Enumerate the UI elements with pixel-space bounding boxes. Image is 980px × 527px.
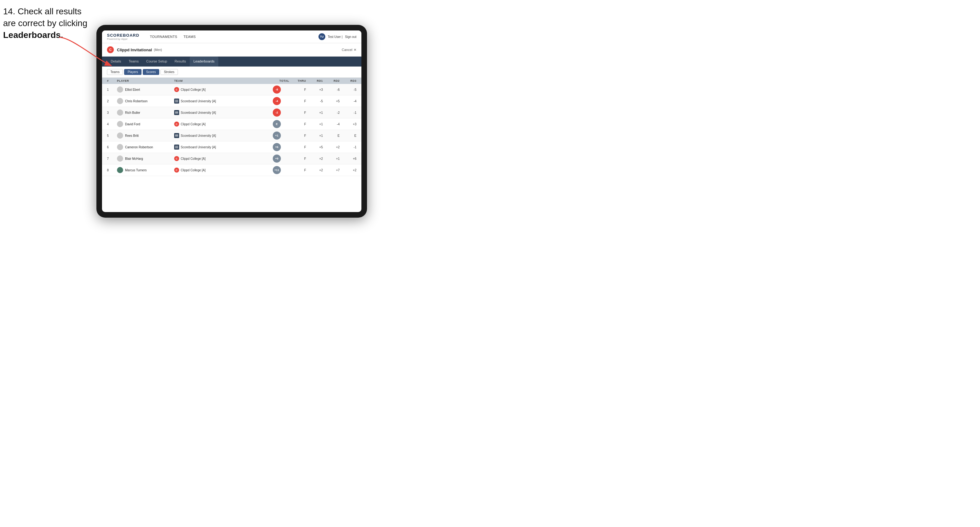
player-name: Elliot Ebert — [125, 88, 140, 91]
rd2-cell: -2 — [324, 111, 340, 114]
player-cell: Chris Robertson — [117, 98, 173, 104]
rd2-cell: +1 — [324, 157, 340, 160]
rd1-cell: +2 — [307, 157, 323, 160]
team-name: Clippd College [A] — [181, 88, 205, 91]
rank-cell: 2 — [107, 100, 116, 103]
cancel-button[interactable]: Cancel ✕ — [342, 48, 356, 52]
total-cell: +9 — [264, 154, 289, 163]
close-icon: ✕ — [354, 48, 356, 52]
team-logo-icon — [174, 144, 179, 149]
leaderboard-table: # PLAYER TEAM TOTAL THRU RD1 RD2 RD3 1 E… — [102, 78, 361, 212]
team-logo-icon — [174, 98, 179, 103]
team-cell: Scoreboard University [A] — [174, 110, 263, 115]
nav-right: TU Test User | Sign out — [318, 33, 356, 40]
sign-out-link[interactable]: Sign out — [345, 35, 356, 38]
nav-user-text: Test User | — [328, 35, 343, 38]
rd2-cell: +2 — [324, 146, 340, 149]
tab-results[interactable]: Results — [171, 57, 190, 67]
total-cell: +11 — [264, 166, 289, 174]
player-name: David Ford — [125, 122, 140, 126]
logo-text: SCOREBOARD — [107, 33, 139, 38]
tab-leaderboards[interactable]: Leaderboards — [190, 57, 218, 67]
avatar — [117, 98, 123, 104]
player-cell: Cameron Robertson — [117, 144, 173, 150]
score-badge: E — [273, 120, 281, 128]
thru-cell: F — [291, 88, 306, 91]
filter-players[interactable]: Players — [124, 69, 141, 75]
tab-course-setup[interactable]: Course Setup — [142, 57, 171, 67]
rd1-cell: +2 — [307, 168, 323, 172]
avatar — [117, 86, 123, 93]
rd2-cell: E — [324, 134, 340, 137]
team-logo-icon — [174, 133, 179, 138]
tablet-screen: SCOREBOARD Powered by clippd TOURNAMENTS… — [102, 30, 361, 212]
thru-cell: F — [291, 122, 306, 126]
rd1-cell: +1 — [307, 122, 323, 126]
tab-details[interactable]: Details — [107, 57, 125, 67]
player-name: Blair McHarg — [125, 157, 143, 160]
table-row: 3 Rich Butler Scoreboard University [A] … — [102, 107, 361, 119]
rank-cell: 7 — [107, 157, 116, 160]
thru-cell: F — [291, 100, 306, 103]
avatar — [117, 156, 123, 162]
filter-scores[interactable]: Scores — [143, 69, 159, 75]
thru-cell: F — [291, 134, 306, 137]
rd2-cell: -6 — [324, 88, 340, 91]
filter-bar: Teams Players Scores Strokes — [102, 67, 361, 78]
score-badge: -8 — [273, 86, 281, 94]
tournament-header: C Clippd Invitational (Men) Cancel ✕ — [102, 43, 361, 57]
total-cell: -2 — [264, 108, 289, 117]
team-name: Scoreboard University [A] — [181, 100, 216, 103]
rd1-cell: +5 — [307, 146, 323, 149]
filter-strokes[interactable]: Strokes — [161, 69, 178, 75]
table-row: 6 Cameron Robertson Scoreboard Universit… — [102, 141, 361, 153]
thru-cell: F — [291, 111, 306, 114]
team-name: Scoreboard University [A] — [181, 146, 216, 149]
total-cell: E — [264, 120, 289, 128]
team-cell: C Clippd College [A] — [174, 122, 263, 127]
tournament-logo: C — [107, 46, 114, 53]
rd2-cell: -4 — [324, 122, 340, 126]
rank-cell: 8 — [107, 168, 116, 172]
rank-cell: 4 — [107, 122, 116, 126]
team-logo-icon: C — [174, 168, 179, 173]
team-logo-icon: C — [174, 122, 179, 127]
total-cell: -8 — [264, 86, 289, 94]
rd3-cell: -1 — [341, 146, 356, 149]
avatar — [117, 110, 123, 116]
total-cell: +6 — [264, 143, 289, 151]
logo-sub: Powered by clippd — [107, 38, 139, 40]
rd3-cell: +3 — [341, 122, 356, 126]
score-badge: +9 — [273, 154, 281, 163]
team-logo-icon — [174, 110, 179, 115]
player-cell: Blair McHarg — [117, 156, 173, 162]
tab-teams[interactable]: Teams — [125, 57, 142, 67]
nav-tournaments[interactable]: TOURNAMENTS — [149, 33, 178, 40]
player-cell: Elliot Ebert — [117, 86, 173, 93]
player-name: Rich Butler — [125, 111, 140, 114]
table-row: 7 Blair McHarg C Clippd College [A] +9 F… — [102, 153, 361, 165]
player-name: Chris Robertson — [125, 100, 148, 103]
rd3-cell: -5 — [341, 88, 356, 91]
player-cell: Marcus Turners — [117, 167, 173, 173]
team-name: Scoreboard University [A] — [181, 111, 216, 114]
team-cell: Scoreboard University [A] — [174, 133, 263, 138]
col-rd3: RD3 — [341, 79, 356, 83]
player-cell: Rees Britt — [117, 132, 173, 139]
table-row: 8 Marcus Turners C Clippd College [A] +1… — [102, 165, 361, 176]
table-row: 4 David Ford C Clippd College [A] E F +1… — [102, 119, 361, 130]
total-cell: -4 — [264, 97, 289, 105]
thru-cell: F — [291, 157, 306, 160]
tablet-frame: SCOREBOARD Powered by clippd TOURNAMENTS… — [96, 25, 367, 217]
rd3-cell: -4 — [341, 100, 356, 103]
rd2-cell: +5 — [324, 100, 340, 103]
tournament-name: Clippd Invitational — [117, 48, 152, 52]
team-name: Clippd College [A] — [181, 122, 205, 126]
nav-teams[interactable]: TEAMS — [183, 33, 196, 40]
score-badge: +11 — [273, 166, 281, 174]
table-row: 5 Rees Britt Scoreboard University [A] +… — [102, 130, 361, 141]
team-cell: C Clippd College [A] — [174, 87, 263, 92]
filter-teams[interactable]: Teams — [107, 69, 123, 75]
team-logo-icon: C — [174, 87, 179, 92]
rank-cell: 1 — [107, 88, 116, 91]
